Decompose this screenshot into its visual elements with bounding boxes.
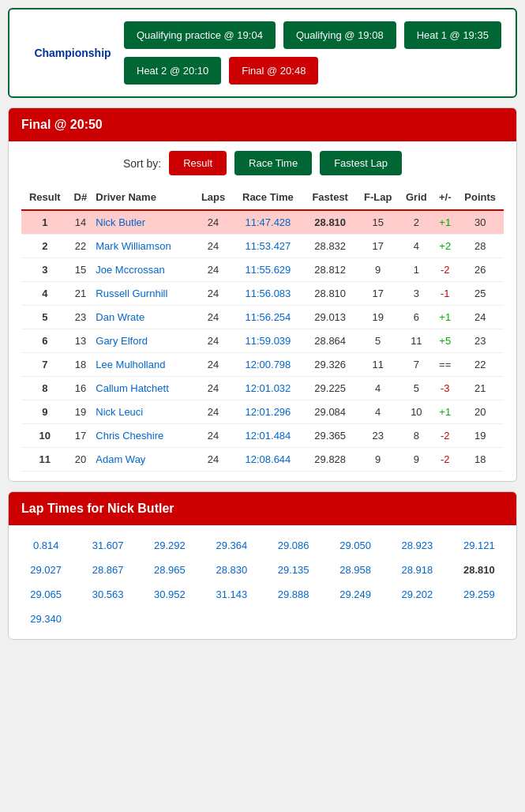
- table-row: 11: [399, 329, 433, 353]
- table-row: 28.810: [304, 210, 357, 235]
- col-fastest: Fastest: [304, 185, 357, 210]
- lap-time-cell: 29.249: [324, 582, 386, 607]
- table-row[interactable]: Chris Cheshire: [92, 424, 194, 448]
- col-grid: Grid: [399, 185, 433, 210]
- col-laps: Laps: [194, 185, 232, 210]
- table-row: 28.812: [304, 258, 357, 282]
- table-row: 28.832: [304, 235, 357, 258]
- table-row: 24: [194, 258, 232, 282]
- table-row: 6: [399, 306, 433, 329]
- table-row: 16: [69, 377, 93, 400]
- table-row: 24: [194, 448, 232, 472]
- table-row: 24: [194, 282, 232, 306]
- lap-time-cell: 29.086: [263, 533, 324, 558]
- lap-time-cell: 29.340: [15, 607, 77, 631]
- btn-final[interactable]: Final @ 20:48: [229, 57, 318, 85]
- btn-qual-practice[interactable]: Qualifying practice @ 19:04: [124, 21, 276, 49]
- table-row: 9: [357, 448, 399, 472]
- table-row[interactable]: Callum Hatchett: [92, 377, 194, 400]
- lap-time-cell: 29.027: [15, 558, 77, 582]
- table-row[interactable]: Adam Way: [92, 448, 194, 472]
- lap-time-cell: 28.810: [448, 558, 510, 582]
- lap-time-cell: 0.814: [15, 533, 77, 558]
- table-row: +2: [433, 235, 456, 258]
- table-row: -1: [433, 282, 456, 306]
- lap-times-header-prefix: Lap Times for: [21, 502, 107, 515]
- table-row: 22: [69, 235, 93, 258]
- table-row: -3: [433, 377, 456, 400]
- col-dnum: D#: [69, 185, 93, 210]
- table-row: 11:56.254: [232, 306, 304, 329]
- table-row: 24: [194, 329, 232, 353]
- table-row: 3: [399, 282, 433, 306]
- table-row[interactable]: Lee Mulholland: [92, 353, 194, 377]
- table-row[interactable]: Nick Butler: [92, 210, 194, 235]
- table-row: 18: [456, 448, 504, 472]
- table-row: 19: [357, 306, 399, 329]
- table-row: 11:53.427: [232, 235, 304, 258]
- table-row: -2: [433, 448, 456, 472]
- table-row: 2: [21, 235, 69, 258]
- table-row: 20: [456, 400, 504, 424]
- lap-times-driver-name: Nick Butler: [107, 502, 174, 515]
- table-row: 28.810: [304, 282, 357, 306]
- table-row: 4: [399, 235, 433, 258]
- table-row: 22: [456, 353, 504, 377]
- col-driver: Driver Name: [92, 185, 194, 210]
- lap-time-cell: 29.202: [386, 582, 448, 607]
- table-row[interactable]: Mark Williamson: [92, 235, 194, 258]
- table-row[interactable]: Joe Mccrossan: [92, 258, 194, 282]
- table-row: 24: [194, 235, 232, 258]
- lap-time-cell: 30.563: [77, 582, 138, 607]
- table-row: 25: [456, 282, 504, 306]
- table-row: 12:00.798: [232, 353, 304, 377]
- lap-times-header: Lap Times for Nick Butler: [9, 492, 516, 525]
- final-body: Sort by: Result Race Time Fastest Lap Re…: [9, 141, 516, 481]
- table-row: 29.225: [304, 377, 357, 400]
- lap-time-cell: 31.143: [201, 582, 262, 607]
- table-row: 24: [456, 306, 504, 329]
- table-row: 12:01.032: [232, 377, 304, 400]
- lap-time-cell: 29.050: [324, 533, 386, 558]
- table-row: 9: [21, 400, 69, 424]
- results-table: Result D# Driver Name Laps Race Time Fas…: [21, 185, 504, 472]
- table-row: 21: [69, 282, 93, 306]
- table-row[interactable]: Russell Gurnhill: [92, 282, 194, 306]
- table-row: +1: [433, 306, 456, 329]
- table-row: 29.365: [304, 424, 357, 448]
- lap-time-cell: 31.607: [77, 533, 138, 558]
- table-row: 10: [21, 424, 69, 448]
- table-row: 10: [399, 400, 433, 424]
- championship-card: Championship Qualifying practice @ 19:04…: [8, 8, 517, 98]
- table-row: 24: [194, 353, 232, 377]
- sort-race-time-button[interactable]: Race Time: [234, 151, 312, 175]
- lap-times-section: Lap Times for Nick Butler 0.81431.60729.…: [8, 491, 517, 640]
- table-row[interactable]: Dan Wrate: [92, 306, 194, 329]
- table-row: 4: [357, 377, 399, 400]
- table-row: 11: [21, 448, 69, 472]
- table-row: -2: [433, 424, 456, 448]
- btn-heat1[interactable]: Heat 1 @ 19:35: [404, 21, 501, 49]
- lap-time-cell: 28.958: [324, 558, 386, 582]
- table-row: 4: [357, 400, 399, 424]
- table-row: 8: [21, 377, 69, 400]
- table-row: 19: [456, 424, 504, 448]
- championship-label: Championship: [21, 47, 124, 59]
- btn-qualifying[interactable]: Qualifying @ 19:08: [283, 21, 396, 49]
- table-row[interactable]: Nick Leuci: [92, 400, 194, 424]
- sort-result-button[interactable]: Result: [169, 151, 227, 175]
- lap-time-cell: 29.135: [263, 558, 324, 582]
- lap-time-cell: 28.867: [77, 558, 138, 582]
- table-row: 9: [357, 258, 399, 282]
- table-row: 13: [69, 329, 93, 353]
- table-row: -2: [433, 258, 456, 282]
- sort-fastest-lap-button[interactable]: Fastest Lap: [320, 151, 402, 175]
- final-section: Final @ 20:50 Sort by: Result Race Time …: [8, 107, 517, 482]
- table-row: 6: [21, 329, 69, 353]
- table-row: 26: [456, 258, 504, 282]
- table-row: 11: [357, 353, 399, 377]
- table-row[interactable]: Gary Elford: [92, 329, 194, 353]
- table-row: 12:08.644: [232, 448, 304, 472]
- lap-time-cell: 30.952: [139, 582, 201, 607]
- btn-heat2[interactable]: Heat 2 @ 20:10: [124, 57, 221, 85]
